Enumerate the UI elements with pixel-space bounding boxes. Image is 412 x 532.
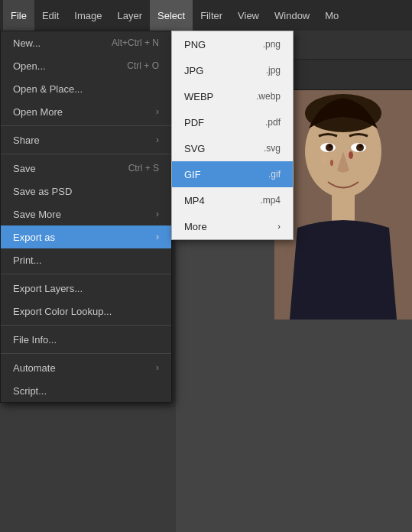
svg-point-7 xyxy=(329,144,332,148)
export-more[interactable]: More › xyxy=(172,213,293,239)
menu-new[interactable]: New... Alt+Ctrl + N xyxy=(1,31,171,54)
arrow-icon: › xyxy=(156,135,159,145)
menu-open-place[interactable]: Open & Place... xyxy=(1,77,171,100)
export-png[interactable]: PNG .png xyxy=(172,31,293,57)
menu-item-edit[interactable]: Edit xyxy=(34,0,67,31)
menu-open-more[interactable]: Open More › xyxy=(1,100,171,123)
svg-point-9 xyxy=(321,154,327,164)
svg-point-12 xyxy=(330,160,333,166)
export-svg[interactable]: SVG .svg xyxy=(172,135,293,161)
menu-share[interactable]: Share › xyxy=(1,128,171,151)
menu-item-filter[interactable]: Filter xyxy=(193,0,230,31)
export-pdf[interactable]: PDF .pdf xyxy=(172,109,293,135)
menu-open[interactable]: Open... Ctrl + O xyxy=(1,54,171,77)
separator-3 xyxy=(1,274,171,274)
menu-item-file[interactable]: File xyxy=(3,0,34,31)
menu-save-psd[interactable]: Save as PSD xyxy=(1,180,171,203)
menu-item-window[interactable]: Window xyxy=(267,0,317,31)
menu-export-layers[interactable]: Export Layers... xyxy=(1,277,171,300)
menu-item-more[interactable]: Mo xyxy=(317,0,346,31)
svg-rect-10 xyxy=(332,193,355,224)
menu-save-more[interactable]: Save More › xyxy=(1,203,171,225)
svg-point-8 xyxy=(359,144,362,148)
menu-item-select[interactable]: Select xyxy=(150,0,193,31)
arrow-icon: › xyxy=(156,209,159,219)
menu-export-as[interactable]: Export as › xyxy=(1,225,171,248)
export-gif[interactable]: GIF .gif xyxy=(172,161,293,187)
export-mp4[interactable]: MP4 .mp4 xyxy=(172,187,293,213)
menu-item-image[interactable]: Image xyxy=(67,0,109,31)
menu-print[interactable]: Print... xyxy=(1,248,171,271)
export-submenu: PNG .png JPG .jpg WEBP .webp PDF .pdf SV… xyxy=(171,31,294,240)
export-jpg[interactable]: JPG .jpg xyxy=(172,57,293,83)
menu-item-view[interactable]: View xyxy=(230,0,267,31)
separator-4 xyxy=(1,325,171,326)
menu-file-info[interactable]: File Info... xyxy=(1,328,171,351)
svg-point-11 xyxy=(349,151,353,159)
menu-automate[interactable]: Automate › xyxy=(1,356,171,379)
arrow-icon: › xyxy=(156,106,159,117)
menu-script[interactable]: Script... xyxy=(1,379,171,402)
separator-5 xyxy=(1,353,171,354)
menu-export-color[interactable]: Export Color Lookup... xyxy=(1,300,171,323)
menu-save[interactable]: Save Ctrl + S xyxy=(1,157,171,180)
menu-bar: File Edit Image Layer Select Filter View… xyxy=(0,0,412,31)
separator-1 xyxy=(1,125,171,126)
person-silhouette xyxy=(274,90,412,320)
arrow-right-icon: › xyxy=(277,222,281,231)
file-menu: New... Alt+Ctrl + N Open... Ctrl + O Ope… xyxy=(0,31,172,403)
arrow-icon: › xyxy=(156,232,159,242)
arrow-icon: › xyxy=(156,362,159,373)
export-webp[interactable]: WEBP .webp xyxy=(172,83,293,109)
separator-2 xyxy=(1,154,171,154)
canvas-image xyxy=(274,90,412,320)
menu-item-layer[interactable]: Layer xyxy=(110,0,151,31)
